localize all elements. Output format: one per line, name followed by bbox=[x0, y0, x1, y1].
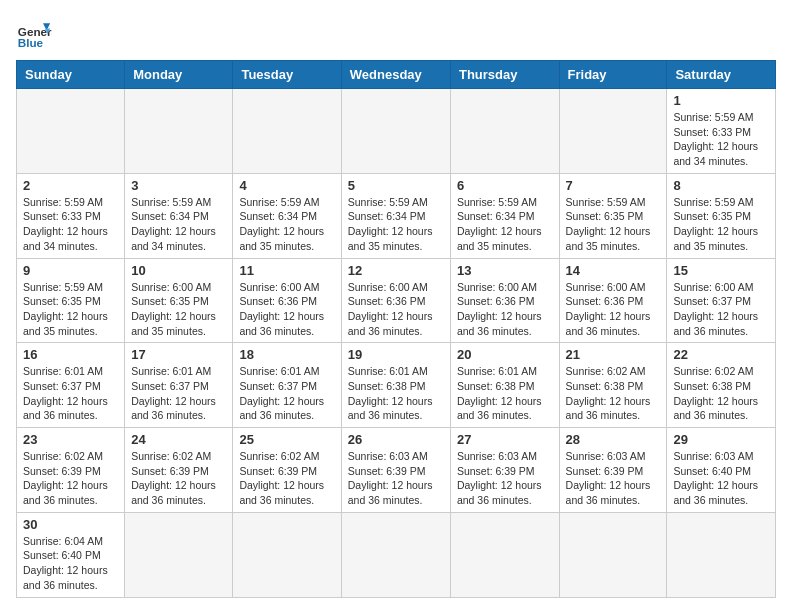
calendar-day-cell bbox=[559, 89, 667, 174]
calendar-header-row: SundayMondayTuesdayWednesdayThursdayFrid… bbox=[17, 61, 776, 89]
calendar-day-cell: 13Sunrise: 6:00 AM Sunset: 6:36 PM Dayli… bbox=[450, 258, 559, 343]
day-number: 19 bbox=[348, 347, 444, 362]
day-number: 13 bbox=[457, 263, 553, 278]
day-info: Sunrise: 6:02 AM Sunset: 6:39 PM Dayligh… bbox=[239, 449, 334, 508]
day-info: Sunrise: 5:59 AM Sunset: 6:35 PM Dayligh… bbox=[23, 280, 118, 339]
day-number: 12 bbox=[348, 263, 444, 278]
calendar-day-cell: 11Sunrise: 6:00 AM Sunset: 6:36 PM Dayli… bbox=[233, 258, 341, 343]
day-info: Sunrise: 6:01 AM Sunset: 6:38 PM Dayligh… bbox=[457, 364, 553, 423]
weekday-header-thursday: Thursday bbox=[450, 61, 559, 89]
day-info: Sunrise: 6:02 AM Sunset: 6:39 PM Dayligh… bbox=[131, 449, 226, 508]
calendar-day-cell: 24Sunrise: 6:02 AM Sunset: 6:39 PM Dayli… bbox=[125, 428, 233, 513]
day-number: 5 bbox=[348, 178, 444, 193]
day-number: 15 bbox=[673, 263, 769, 278]
weekday-header-sunday: Sunday bbox=[17, 61, 125, 89]
day-number: 2 bbox=[23, 178, 118, 193]
day-info: Sunrise: 5:59 AM Sunset: 6:34 PM Dayligh… bbox=[457, 195, 553, 254]
day-number: 14 bbox=[566, 263, 661, 278]
day-number: 30 bbox=[23, 517, 118, 532]
day-number: 11 bbox=[239, 263, 334, 278]
calendar-day-cell: 10Sunrise: 6:00 AM Sunset: 6:35 PM Dayli… bbox=[125, 258, 233, 343]
calendar-week-row: 1Sunrise: 5:59 AM Sunset: 6:33 PM Daylig… bbox=[17, 89, 776, 174]
calendar-day-cell bbox=[341, 89, 450, 174]
calendar-day-cell bbox=[17, 89, 125, 174]
calendar-week-row: 9Sunrise: 5:59 AM Sunset: 6:35 PM Daylig… bbox=[17, 258, 776, 343]
calendar-day-cell: 30Sunrise: 6:04 AM Sunset: 6:40 PM Dayli… bbox=[17, 512, 125, 597]
calendar-day-cell: 25Sunrise: 6:02 AM Sunset: 6:39 PM Dayli… bbox=[233, 428, 341, 513]
calendar-day-cell: 19Sunrise: 6:01 AM Sunset: 6:38 PM Dayli… bbox=[341, 343, 450, 428]
calendar-day-cell: 21Sunrise: 6:02 AM Sunset: 6:38 PM Dayli… bbox=[559, 343, 667, 428]
calendar-day-cell: 27Sunrise: 6:03 AM Sunset: 6:39 PM Dayli… bbox=[450, 428, 559, 513]
day-info: Sunrise: 6:03 AM Sunset: 6:39 PM Dayligh… bbox=[566, 449, 661, 508]
calendar-day-cell: 26Sunrise: 6:03 AM Sunset: 6:39 PM Dayli… bbox=[341, 428, 450, 513]
day-info: Sunrise: 5:59 AM Sunset: 6:35 PM Dayligh… bbox=[566, 195, 661, 254]
day-number: 23 bbox=[23, 432, 118, 447]
calendar-day-cell: 1Sunrise: 5:59 AM Sunset: 6:33 PM Daylig… bbox=[667, 89, 776, 174]
day-info: Sunrise: 6:00 AM Sunset: 6:35 PM Dayligh… bbox=[131, 280, 226, 339]
calendar-table: SundayMondayTuesdayWednesdayThursdayFrid… bbox=[16, 60, 776, 598]
calendar-day-cell bbox=[125, 89, 233, 174]
calendar-day-cell: 12Sunrise: 6:00 AM Sunset: 6:36 PM Dayli… bbox=[341, 258, 450, 343]
calendar-day-cell bbox=[667, 512, 776, 597]
calendar-day-cell: 17Sunrise: 6:01 AM Sunset: 6:37 PM Dayli… bbox=[125, 343, 233, 428]
day-number: 6 bbox=[457, 178, 553, 193]
day-info: Sunrise: 6:01 AM Sunset: 6:37 PM Dayligh… bbox=[23, 364, 118, 423]
logo-icon: General Blue bbox=[16, 16, 52, 52]
calendar-day-cell: 22Sunrise: 6:02 AM Sunset: 6:38 PM Dayli… bbox=[667, 343, 776, 428]
day-info: Sunrise: 6:03 AM Sunset: 6:39 PM Dayligh… bbox=[457, 449, 553, 508]
calendar-day-cell bbox=[450, 89, 559, 174]
calendar-day-cell: 23Sunrise: 6:02 AM Sunset: 6:39 PM Dayli… bbox=[17, 428, 125, 513]
calendar-day-cell: 14Sunrise: 6:00 AM Sunset: 6:36 PM Dayli… bbox=[559, 258, 667, 343]
calendar-day-cell: 6Sunrise: 5:59 AM Sunset: 6:34 PM Daylig… bbox=[450, 173, 559, 258]
calendar-day-cell: 20Sunrise: 6:01 AM Sunset: 6:38 PM Dayli… bbox=[450, 343, 559, 428]
calendar-day-cell: 8Sunrise: 5:59 AM Sunset: 6:35 PM Daylig… bbox=[667, 173, 776, 258]
day-number: 9 bbox=[23, 263, 118, 278]
day-info: Sunrise: 6:02 AM Sunset: 6:39 PM Dayligh… bbox=[23, 449, 118, 508]
calendar-day-cell bbox=[233, 512, 341, 597]
weekday-header-wednesday: Wednesday bbox=[341, 61, 450, 89]
day-info: Sunrise: 6:01 AM Sunset: 6:37 PM Dayligh… bbox=[131, 364, 226, 423]
calendar-day-cell bbox=[450, 512, 559, 597]
weekday-header-friday: Friday bbox=[559, 61, 667, 89]
day-number: 10 bbox=[131, 263, 226, 278]
calendar-week-row: 16Sunrise: 6:01 AM Sunset: 6:37 PM Dayli… bbox=[17, 343, 776, 428]
day-number: 22 bbox=[673, 347, 769, 362]
day-info: Sunrise: 6:00 AM Sunset: 6:36 PM Dayligh… bbox=[566, 280, 661, 339]
day-info: Sunrise: 6:00 AM Sunset: 6:36 PM Dayligh… bbox=[457, 280, 553, 339]
day-info: Sunrise: 6:02 AM Sunset: 6:38 PM Dayligh… bbox=[673, 364, 769, 423]
day-info: Sunrise: 5:59 AM Sunset: 6:33 PM Dayligh… bbox=[673, 110, 769, 169]
day-info: Sunrise: 5:59 AM Sunset: 6:34 PM Dayligh… bbox=[348, 195, 444, 254]
calendar-day-cell bbox=[341, 512, 450, 597]
day-number: 4 bbox=[239, 178, 334, 193]
calendar-day-cell bbox=[559, 512, 667, 597]
weekday-header-monday: Monday bbox=[125, 61, 233, 89]
day-number: 27 bbox=[457, 432, 553, 447]
day-number: 28 bbox=[566, 432, 661, 447]
day-info: Sunrise: 6:00 AM Sunset: 6:37 PM Dayligh… bbox=[673, 280, 769, 339]
calendar-day-cell: 4Sunrise: 5:59 AM Sunset: 6:34 PM Daylig… bbox=[233, 173, 341, 258]
calendar-week-row: 23Sunrise: 6:02 AM Sunset: 6:39 PM Dayli… bbox=[17, 428, 776, 513]
logo: General Blue bbox=[16, 16, 52, 52]
day-number: 20 bbox=[457, 347, 553, 362]
day-info: Sunrise: 6:00 AM Sunset: 6:36 PM Dayligh… bbox=[348, 280, 444, 339]
calendar-day-cell: 16Sunrise: 6:01 AM Sunset: 6:37 PM Dayli… bbox=[17, 343, 125, 428]
day-info: Sunrise: 5:59 AM Sunset: 6:35 PM Dayligh… bbox=[673, 195, 769, 254]
calendar-week-row: 30Sunrise: 6:04 AM Sunset: 6:40 PM Dayli… bbox=[17, 512, 776, 597]
calendar-day-cell: 9Sunrise: 5:59 AM Sunset: 6:35 PM Daylig… bbox=[17, 258, 125, 343]
svg-text:Blue: Blue bbox=[18, 36, 44, 49]
day-info: Sunrise: 5:59 AM Sunset: 6:34 PM Dayligh… bbox=[131, 195, 226, 254]
calendar-week-row: 2Sunrise: 5:59 AM Sunset: 6:33 PM Daylig… bbox=[17, 173, 776, 258]
calendar-day-cell: 29Sunrise: 6:03 AM Sunset: 6:40 PM Dayli… bbox=[667, 428, 776, 513]
day-number: 26 bbox=[348, 432, 444, 447]
day-number: 16 bbox=[23, 347, 118, 362]
day-number: 21 bbox=[566, 347, 661, 362]
calendar-day-cell: 2Sunrise: 5:59 AM Sunset: 6:33 PM Daylig… bbox=[17, 173, 125, 258]
calendar-day-cell: 28Sunrise: 6:03 AM Sunset: 6:39 PM Dayli… bbox=[559, 428, 667, 513]
day-number: 18 bbox=[239, 347, 334, 362]
calendar-day-cell bbox=[125, 512, 233, 597]
calendar-day-cell bbox=[233, 89, 341, 174]
day-number: 1 bbox=[673, 93, 769, 108]
day-number: 8 bbox=[673, 178, 769, 193]
day-info: Sunrise: 6:02 AM Sunset: 6:38 PM Dayligh… bbox=[566, 364, 661, 423]
day-info: Sunrise: 6:03 AM Sunset: 6:40 PM Dayligh… bbox=[673, 449, 769, 508]
